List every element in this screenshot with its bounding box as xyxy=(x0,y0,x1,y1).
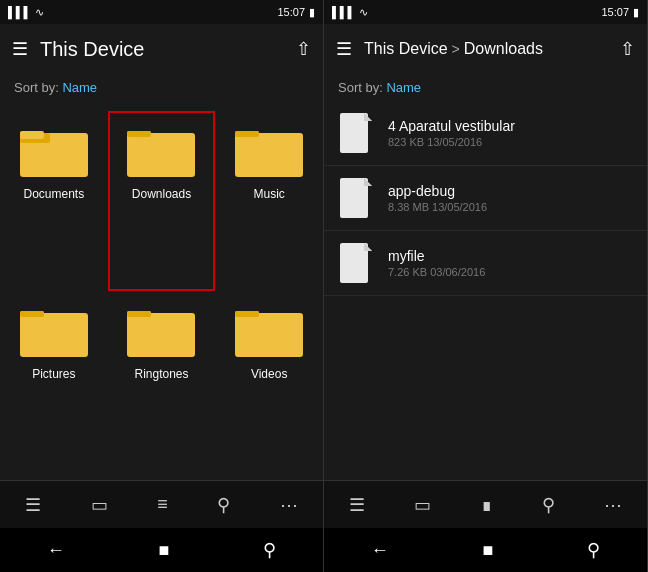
right-status-left: ▌▌▌ ∿ xyxy=(332,6,368,19)
file1-info: 4 Aparatul vestibular 823 KB 13/05/2016 xyxy=(388,118,515,148)
right-list-icon[interactable]: ☰ xyxy=(341,486,373,524)
svg-rect-12 xyxy=(127,313,195,357)
right-tablet-icon[interactable]: ▭ xyxy=(406,486,439,524)
right-grid-icon[interactable]: ∎ xyxy=(473,486,500,524)
file-item-2[interactable]: app-debug 8.38 MB 13/05/2016 xyxy=(324,166,647,231)
svg-rect-5 xyxy=(127,131,151,137)
svg-rect-9 xyxy=(20,313,88,357)
right-sort-bar: Sort by: Name xyxy=(324,74,647,101)
file2-icon xyxy=(338,176,374,220)
right-more-icon[interactable]: ⋯ xyxy=(596,486,630,524)
right-sort-value[interactable]: Name xyxy=(386,80,421,95)
svg-rect-15 xyxy=(235,313,303,357)
left-status-bar: ▌▌▌ ∿ 15:07 ▮ xyxy=(0,0,323,24)
battery-icon: ▮ xyxy=(309,6,315,19)
left-app-header: ☰ This Device ⇧ xyxy=(0,24,323,74)
file-item-1[interactable]: 4 Aparatul vestibular 823 KB 13/05/2016 xyxy=(324,101,647,166)
file3-meta: 7.26 KB 03/06/2016 xyxy=(388,266,485,278)
folder-music-label: Music xyxy=(253,187,284,201)
right-time: 15:07 xyxy=(601,6,629,18)
file3-icon xyxy=(338,241,374,285)
right-battery-icon: ▮ xyxy=(633,6,639,19)
folder-pictures-label: Pictures xyxy=(32,367,75,381)
right-sort-label: Sort by: xyxy=(338,80,383,95)
file1-icon xyxy=(338,111,374,155)
file1-name: 4 Aparatul vestibular xyxy=(388,118,515,134)
signal-icon: ▌▌▌ xyxy=(8,6,31,18)
left-more-icon[interactable]: ⋯ xyxy=(272,486,306,524)
right-file-list: 4 Aparatul vestibular 823 KB 13/05/2016 … xyxy=(324,101,647,480)
left-up-icon[interactable]: ⇧ xyxy=(296,38,311,60)
left-search-nav-icon[interactable]: ⚲ xyxy=(263,539,276,561)
folder-pictures-icon xyxy=(18,301,90,361)
right-hamburger-icon[interactable]: ☰ xyxy=(336,38,352,60)
right-status-right: 15:07 ▮ xyxy=(601,6,639,19)
left-status-right: 15:07 ▮ xyxy=(277,6,315,19)
file2-info: app-debug 8.38 MB 13/05/2016 xyxy=(388,183,487,213)
right-back-icon[interactable]: ← xyxy=(371,540,389,561)
right-home-icon[interactable]: ■ xyxy=(483,540,494,561)
left-search-icon[interactable]: ⚲ xyxy=(209,486,238,524)
folder-videos-icon xyxy=(233,301,305,361)
folder-ringtones-label: Ringtones xyxy=(134,367,188,381)
left-folder-grid: Documents Downloads Music xyxy=(0,101,323,480)
folder-music-icon xyxy=(233,121,305,181)
folder-downloads[interactable]: Downloads xyxy=(108,111,216,291)
file3-name: myfile xyxy=(388,248,485,264)
right-sys-nav: ← ■ ⚲ xyxy=(324,528,647,572)
left-time: 15:07 xyxy=(277,6,305,18)
right-wifi-icon: ∿ xyxy=(359,6,368,19)
svg-rect-6 xyxy=(235,133,303,177)
file1-meta: 823 KB 13/05/2016 xyxy=(388,136,515,148)
folder-downloads-label: Downloads xyxy=(132,187,191,201)
left-hamburger-icon[interactable]: ☰ xyxy=(12,38,28,60)
svg-rect-3 xyxy=(127,133,195,177)
folder-ringtones-icon xyxy=(125,301,197,361)
left-header-title: This Device xyxy=(40,38,284,61)
left-bottom-toolbar: ☰ ▭ ≡ ⚲ ⋯ xyxy=(0,480,323,528)
left-home-icon[interactable]: ■ xyxy=(159,540,170,561)
folder-pictures[interactable]: Pictures xyxy=(0,291,108,471)
left-grid-icon[interactable]: ≡ xyxy=(149,486,176,523)
folder-music[interactable]: Music xyxy=(215,111,323,291)
folder-videos[interactable]: Videos xyxy=(215,291,323,471)
right-up-icon[interactable]: ⇧ xyxy=(620,38,635,60)
left-sys-nav: ← ■ ⚲ xyxy=(0,528,323,572)
folder-ringtones[interactable]: Ringtones xyxy=(108,291,216,471)
right-bottom-toolbar: ☰ ▭ ∎ ⚲ ⋯ xyxy=(324,480,647,528)
breadcrumb-separator: > xyxy=(452,41,460,57)
folder-documents-icon xyxy=(18,121,90,181)
svg-rect-2 xyxy=(20,131,44,139)
right-signal-icon: ▌▌▌ xyxy=(332,6,355,18)
left-status-left: ▌▌▌ ∿ xyxy=(8,6,44,19)
left-sort-value[interactable]: Name xyxy=(62,80,97,95)
svg-rect-18 xyxy=(340,113,368,153)
left-sort-label: Sort by: xyxy=(14,80,59,95)
right-breadcrumb-root[interactable]: This Device xyxy=(364,40,448,58)
svg-rect-21 xyxy=(340,178,368,218)
svg-rect-24 xyxy=(340,243,368,283)
svg-rect-11 xyxy=(20,311,44,317)
left-sort-bar: Sort by: Name xyxy=(0,74,323,101)
svg-rect-14 xyxy=(127,311,151,317)
folder-documents[interactable]: Documents xyxy=(0,111,108,291)
folder-documents-label: Documents xyxy=(23,187,84,201)
left-tablet-icon[interactable]: ▭ xyxy=(83,486,116,524)
file2-name: app-debug xyxy=(388,183,487,199)
right-app-header: ☰ This Device > Downloads ⇧ xyxy=(324,24,647,74)
right-search-nav-icon[interactable]: ⚲ xyxy=(587,539,600,561)
left-panel: ▌▌▌ ∿ 15:07 ▮ ☰ This Device ⇧ Sort by: N… xyxy=(0,0,324,572)
svg-rect-8 xyxy=(235,131,259,137)
file-item-3[interactable]: myfile 7.26 KB 03/06/2016 xyxy=(324,231,647,296)
folder-downloads-icon xyxy=(125,121,197,181)
right-breadcrumb: This Device > Downloads xyxy=(364,40,608,58)
right-search-icon[interactable]: ⚲ xyxy=(534,486,563,524)
left-list-icon[interactable]: ☰ xyxy=(17,486,49,524)
left-back-icon[interactable]: ← xyxy=(47,540,65,561)
right-breadcrumb-current: Downloads xyxy=(464,40,543,58)
folder-videos-label: Videos xyxy=(251,367,287,381)
wifi-icon: ∿ xyxy=(35,6,44,19)
file3-info: myfile 7.26 KB 03/06/2016 xyxy=(388,248,485,278)
right-panel: ▌▌▌ ∿ 15:07 ▮ ☰ This Device > Downloads … xyxy=(324,0,648,572)
file2-meta: 8.38 MB 13/05/2016 xyxy=(388,201,487,213)
